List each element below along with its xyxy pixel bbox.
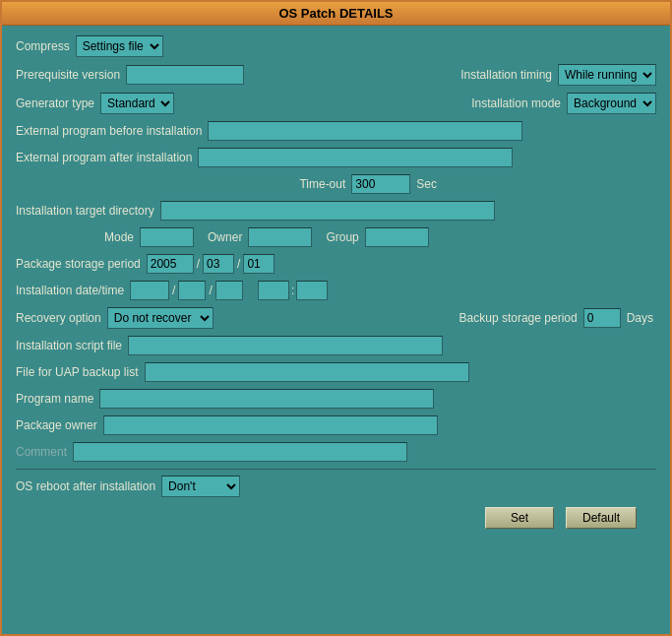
comment-label: Comment	[16, 445, 67, 459]
package-storage-month[interactable]	[203, 254, 234, 274]
recovery-option-dropdown[interactable]: Do not recover Recover Always recover	[107, 307, 214, 329]
install-datetime-label: Installation date/time	[16, 284, 124, 297]
prerequisite-label: Prerequisite version	[16, 68, 120, 82]
group-input[interactable]	[365, 227, 429, 247]
mode-input[interactable]	[140, 227, 194, 247]
install-target-label: Installation target directory	[16, 204, 154, 218]
install-datetime-day[interactable]	[215, 281, 243, 300]
external-before-input[interactable]	[208, 121, 522, 141]
group-label: Group	[326, 230, 358, 244]
installation-mode-dropdown[interactable]: Background Foreground	[567, 93, 656, 114]
generator-type-label: Generator type	[16, 96, 94, 110]
install-target-input[interactable]	[160, 201, 495, 221]
comment-input[interactable]	[73, 442, 407, 462]
package-storage-year[interactable]	[147, 254, 194, 274]
install-datetime-year[interactable]	[130, 281, 169, 300]
external-before-label: External program before installation	[16, 124, 202, 138]
timeout-unit: Sec	[416, 177, 437, 191]
compress-dropdown[interactable]: Settings file None gzip	[76, 35, 163, 57]
window-title: OS Patch DETAILS	[278, 6, 393, 21]
install-datetime-month[interactable]	[178, 281, 206, 300]
program-name-input[interactable]	[99, 389, 434, 409]
installation-mode-label: Installation mode	[471, 96, 561, 110]
install-datetime-hour[interactable]	[258, 281, 289, 300]
os-reboot-dropdown[interactable]: Don't Reboot Shutdown	[161, 476, 240, 497]
recovery-option-label: Recovery option	[16, 311, 101, 325]
package-owner-input[interactable]	[103, 415, 438, 435]
os-reboot-label: OS reboot after installation	[16, 479, 155, 493]
timeout-input[interactable]	[351, 174, 410, 194]
backup-storage-unit: Days	[627, 311, 653, 325]
owner-label: Owner	[208, 230, 242, 244]
backup-storage-input[interactable]	[583, 308, 621, 328]
installation-timing-label: Installation timing	[460, 68, 552, 82]
external-after-input[interactable]	[198, 148, 513, 167]
default-button[interactable]: Default	[566, 507, 637, 529]
compress-label: Compress	[16, 39, 70, 53]
package-owner-label: Package owner	[16, 418, 97, 432]
main-window: OS Patch DETAILS Compress Settings file …	[0, 0, 672, 636]
title-bar: OS Patch DETAILS	[2, 2, 670, 26]
prerequisite-input[interactable]	[126, 65, 244, 85]
install-datetime-minute[interactable]	[296, 281, 328, 300]
uap-backup-label: File for UAP backup list	[16, 365, 139, 379]
install-script-label: Installation script file	[16, 339, 122, 352]
package-storage-label: Package storage period	[16, 257, 141, 271]
installation-timing-dropdown[interactable]: While running After reboot Immediately	[558, 64, 656, 86]
external-after-label: External program after installation	[16, 151, 192, 164]
timeout-label: Time-out	[299, 177, 345, 191]
program-name-label: Program name	[16, 392, 93, 406]
generator-type-dropdown[interactable]: Standard Custom	[100, 93, 174, 114]
backup-storage-label: Backup storage period	[459, 311, 578, 325]
set-button[interactable]: Set	[485, 507, 554, 529]
owner-input[interactable]	[248, 227, 312, 247]
install-script-input[interactable]	[128, 336, 443, 355]
package-storage-day[interactable]	[243, 254, 275, 274]
mode-label: Mode	[104, 230, 134, 244]
uap-backup-input[interactable]	[145, 362, 469, 382]
